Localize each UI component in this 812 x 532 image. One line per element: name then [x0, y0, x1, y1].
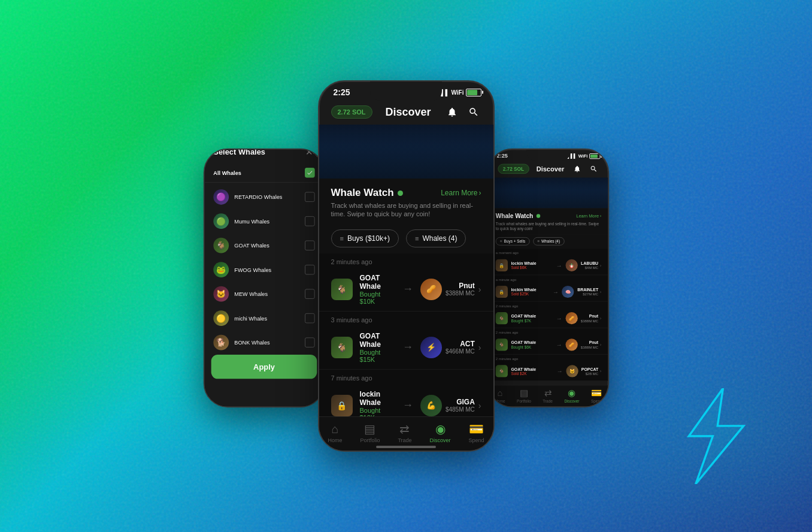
filter-whales-center[interactable]: ≡ Whales (4) [406, 229, 466, 247]
nav-spend-right[interactable]: 💳 Spend [590, 388, 602, 403]
feed-item-r2[interactable]: 🔒 lockin Whale Sold $25K → 🧠 BRAINLET $2… [489, 283, 608, 302]
portfolio-label-center: Portfolio [360, 437, 380, 443]
all-whales-row[interactable]: All Whales [204, 164, 323, 183]
filter-whales-right[interactable]: ≡ Whales (4) [533, 237, 564, 246]
arrow-r4: → [556, 341, 562, 348]
home-label-center: Home [328, 437, 342, 443]
michi-checkbox[interactable] [305, 313, 315, 324]
discover-label-center: Discover [430, 437, 451, 443]
mew-checkbox[interactable] [305, 289, 315, 299]
token-name-c1: Pnut [446, 282, 475, 290]
filter-buys-center[interactable]: ≡ Buys ($10k+) [331, 229, 399, 247]
nav-portfolio-right[interactable]: ▤ Portfolio [517, 388, 531, 403]
token-avatar-c3: 💪 [420, 395, 442, 416]
whale-item-fwog[interactable]: 🐸 FWOG Whales [204, 258, 323, 282]
filter-whales-icon-r: ≡ [537, 240, 540, 243]
token-avatar-r2: 🧠 [562, 286, 574, 298]
spend-icon-right: 💳 [591, 388, 602, 398]
timestamp-r4: 2 minutes ago [489, 328, 608, 335]
whale-name-c2: GOAT Whale [360, 332, 395, 349]
filter-buys-right[interactable]: ≡ Buys + Sells [495, 237, 529, 246]
whale-item-retardio[interactable]: 🟣 RETARDIO Whales [204, 185, 323, 209]
token-mc-c3: $485M MC [446, 406, 475, 413]
green-dot-center [398, 191, 403, 196]
nav-portfolio-center[interactable]: ▤ Portfolio [360, 422, 380, 443]
fwog-checkbox[interactable] [305, 265, 315, 275]
token-mc-r4: $388M MC [580, 345, 598, 349]
whale-item-mumu[interactable]: 🟢 Mumu Whales [204, 209, 323, 233]
apply-button[interactable]: Apply [211, 355, 317, 379]
whale-action-c1: Bought $10K [360, 291, 395, 305]
green-dot-right [536, 214, 540, 217]
feed-item-r4[interactable]: 🐐 GOAT Whale Bought $6K → 🥜 Pnut $388M M… [489, 335, 608, 355]
search-icon-right[interactable] [588, 164, 599, 174]
feed-info-r1: lockin Whale Sold $6K [511, 261, 553, 270]
bonk-checkbox[interactable] [305, 337, 315, 347]
whale-item-bonk[interactable]: 🐕 BONK Whales [204, 330, 323, 354]
whale-coin-r1: 🔒 [495, 259, 507, 271]
fwog-label: FWOG Whales [234, 267, 305, 273]
michi-label: michi Whales [234, 315, 305, 321]
filter-row-right: ≡ Buys + Sells ≡ Whales (4) [489, 234, 608, 249]
nav-spend-center[interactable]: 💳 Spend [468, 422, 484, 443]
nav-discover-center[interactable]: ◉ Discover [430, 422, 451, 443]
token-name-r4: Pnut [580, 340, 598, 345]
whale-item-mew[interactable]: 🐱 MEW Whales [204, 282, 323, 306]
discover-icon-right: ◉ [568, 388, 575, 398]
goat-label: GOAT Whales [234, 243, 305, 249]
nav-home-right[interactable]: ⌂ Home [495, 388, 505, 403]
ww-title-text-right: Whale Watch [495, 213, 533, 219]
trade-icon-right: ⇄ [544, 388, 551, 398]
token-details-r5: POPCAT $2B MC [581, 367, 598, 376]
status-icons-center: ▌▌▌ WiFi [437, 89, 481, 96]
search-icon-center[interactable] [466, 104, 481, 120]
mew-label: MEW Whales [234, 291, 305, 297]
all-whales-checkbox[interactable] [305, 168, 315, 178]
nav-trade-right[interactable]: ⇄ Trade [543, 388, 553, 403]
feed-item-c2[interactable]: 🐐 GOAT Whale Bought $15K → ⚡ ACT $466M M… [319, 326, 493, 370]
retardio-checkbox[interactable] [305, 192, 315, 202]
whale-item-michi[interactable]: 🟡 michi Whales [204, 306, 323, 330]
nav-discover-right[interactable]: ◉ Discover [564, 388, 579, 403]
token-c2: ⚡ ACT $466M MC [420, 337, 475, 358]
phone-left: 10:04 ▌▌▌ 5G 0.80 SOL Discover [203, 149, 324, 407]
arrow-c3: → [402, 399, 413, 412]
learn-more-center[interactable]: Learn More › [441, 189, 481, 197]
token-details-r1: LABUBU $4M MC [580, 261, 598, 270]
whale-coin-r4: 🐐 [495, 338, 507, 350]
battery-fill-center [467, 90, 478, 95]
chevron-c1: › [478, 285, 481, 294]
whale-action-r1: Sold $6K [511, 266, 553, 270]
token-r2: 🧠 BRAINLET $27M MC [562, 286, 598, 298]
whale-item-goat[interactable]: 🐐 GOAT Whales [204, 233, 323, 257]
whale-coin-r2: 🔒 [495, 286, 507, 298]
discover-label-right: Discover [564, 399, 579, 403]
header-title-right: Discover [536, 165, 564, 173]
feed-item-c1[interactable]: 🐐 GOAT Whale Bought $10K → 🥜 Pnut $388M … [319, 268, 493, 312]
arrow-r2: → [552, 289, 558, 295]
bell-icon-right[interactable] [571, 164, 582, 174]
feed-item-r3[interactable]: 🐐 GOAT Whale Bought $7K → 🥜 Pnut $388M M… [489, 309, 608, 328]
whale-action-c2: Bought $15K [360, 349, 395, 363]
goat-checkbox[interactable] [305, 240, 315, 250]
learn-more-right[interactable]: Learn More › [576, 213, 601, 218]
timestamp-c1: 2 minutes ago [319, 253, 493, 268]
nav-home-center[interactable]: ⌂ Home [328, 422, 342, 443]
whale-name-r1: lockin Whale [511, 261, 553, 266]
mumu-checkbox[interactable] [305, 216, 315, 226]
nav-trade-center[interactable]: ⇄ Trade [398, 422, 411, 443]
battery-fill-right [590, 154, 597, 158]
token-mc-r5: $2B MC [581, 372, 598, 376]
token-r5: 🐱 POPCAT $2B MC [566, 365, 598, 377]
bell-icon-center[interactable] [444, 104, 460, 120]
close-button[interactable]: ✕ [302, 149, 314, 158]
feed-item-r5[interactable]: 🐐 GOAT Whale Sold $2K → 🐱 POPCAT $2B MC … [489, 362, 608, 381]
token-avatar-r4: 🥜 [565, 338, 577, 350]
header-title-center: Discover [386, 106, 431, 119]
feed-item-r1[interactable]: 🔒 lockin Whale Sold $6K → 🪆 LABUBU $4M M… [489, 256, 608, 275]
whale-coin-c2: 🐐 [331, 337, 353, 358]
whale-list: 🟣 RETARDIO Whales 🟢 Mumu Whales 🐐 GOAT W… [204, 185, 323, 379]
token-details-c3: GIGA $485M MC [446, 398, 475, 413]
michi-avatar: 🟡 [213, 310, 229, 326]
token-mc-r1: $4M MC [580, 266, 598, 270]
